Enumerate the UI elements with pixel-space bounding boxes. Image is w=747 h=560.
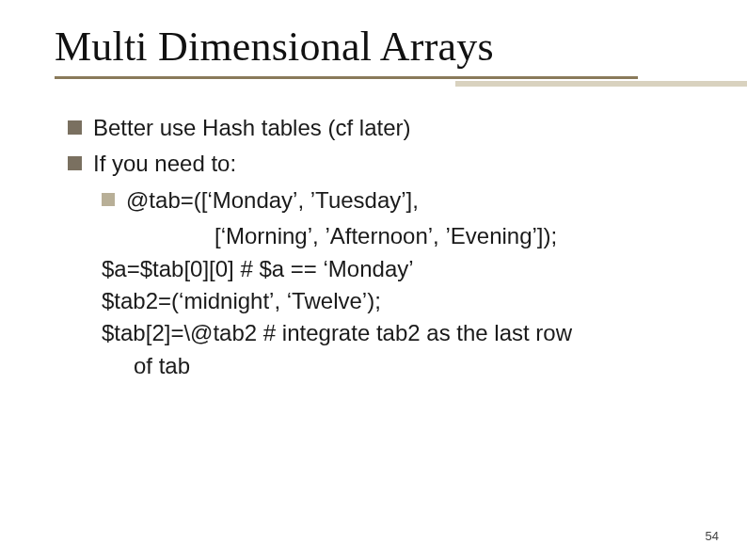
slide-title: Multi Dimensional Arrays xyxy=(55,23,694,71)
title-block: Multi Dimensional Arrays xyxy=(55,23,694,79)
square-bullet-icon xyxy=(102,193,115,206)
code-block: $a=$tab[0][0] # $a == ‘Monday’ $tab2=(‘m… xyxy=(102,254,689,382)
bullet-text: If you need to: xyxy=(93,149,236,179)
sub-bullet-item: @tab=([‘Monday’, ’Tuesday’], xyxy=(102,185,689,216)
title-underline xyxy=(55,76,638,79)
bullet-item: If you need to: xyxy=(68,149,689,179)
code-text: $tab2=(‘midnight’, ‘Twelve’); xyxy=(102,286,689,316)
slide-body: Better use Hash tables (cf later) If you… xyxy=(68,113,689,383)
page-number: 54 xyxy=(706,529,719,543)
code-text: $tab[2]=\@tab2 # integrate tab2 as the l… xyxy=(102,318,689,348)
accent-rule xyxy=(455,81,747,87)
sub-bullet-block: @tab=([‘Monday’, ’Tuesday’], [‘Morning’,… xyxy=(102,185,689,252)
square-bullet-icon xyxy=(68,156,82,170)
bullet-text: Better use Hash tables (cf later) xyxy=(93,113,410,143)
bullet-item: Better use Hash tables (cf later) xyxy=(68,113,689,143)
code-text: $a=$tab[0][0] # $a == ‘Monday’ xyxy=(102,254,689,284)
code-text: of tab xyxy=(134,351,689,381)
code-text: [‘Morning’, ’Afternoon’, ’Evening’]); xyxy=(215,221,689,251)
square-bullet-icon xyxy=(68,120,82,135)
slide: Multi Dimensional Arrays Better use Hash… xyxy=(0,0,747,560)
code-text: @tab=([‘Monday’, ’Tuesday’], xyxy=(126,185,419,216)
